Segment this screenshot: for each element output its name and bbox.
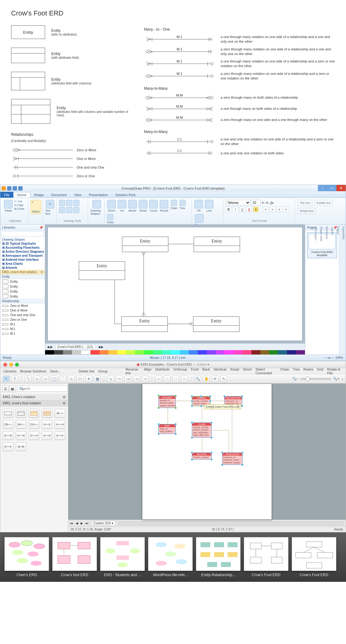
line-button[interactable]: Line [205,200,213,212]
align-right-button[interactable]: ≡ [276,207,282,212]
shape-item[interactable]: One or More [0,308,45,313]
sidetab-behaviour[interactable]: Behaviour [325,226,328,353]
lib-item[interactable]: ⊞ Area Charts [0,262,45,266]
connector-arc[interactable]: Arc [118,200,126,212]
page-prev-icon[interactable]: ◀ [76,522,78,525]
tool-polygon[interactable]: ⬠ [77,376,83,382]
lib-item[interactable]: ⊞ Accounting Flowcharts [0,246,45,250]
gridview-icon[interactable]: ▦ [9,385,16,392]
stencil-rel[interactable] [55,431,65,440]
menu-rulers[interactable]: Rulers [303,367,313,375]
tool-star[interactable]: ✦ [85,376,92,382]
draw-tool[interactable] [73,207,79,213]
shape-item[interactable]: M:1 [0,331,45,336]
connector-curve[interactable]: Curve [149,200,158,212]
stencil-entity-plain[interactable] [3,409,13,418]
stencil-rel[interactable] [16,431,26,440]
bold-button[interactable]: B [226,207,231,212]
tool-conn3[interactable]: ↝ [124,376,131,382]
draw-tool[interactable] [59,207,65,213]
window-titlebar[interactable]: ConceptDraw PRO - [Crow's Foot ERD - Cro… [0,185,346,192]
sidetab-pages[interactable]: Pages [336,226,340,353]
draw-tool[interactable] [66,207,72,213]
draw-tool[interactable] [66,200,72,206]
sidetab-hyperlinks[interactable]: Hyperlinks [342,226,345,353]
tool-linetype1[interactable]: ─ [155,376,162,382]
canvas-entity-professor[interactable]: PROFESSOR professor_idprofessor_nameprof… [222,453,243,465]
stencil-zero-more[interactable] [3,420,13,429]
shape-item[interactable]: Entity [0,294,45,299]
menu-grid[interactable]: Grid [317,367,323,375]
gallery-item[interactable]: Crow's Foot ERD [292,537,336,577]
file-menu[interactable]: File [0,192,13,198]
stencil-chen[interactable]: ERD, Chen's notation⊖ [0,394,68,400]
page-last-icon[interactable]: ⏭ [86,522,89,525]
page-next-icon[interactable]: ▶ [81,522,83,525]
clone-button[interactable]: ⧉ Clone [15,207,24,211]
tool-rotate[interactable]: ⟳ [212,376,218,382]
zoom-slider[interactable] [300,378,331,380]
cut-button[interactable]: ✂ Cut [15,200,24,203]
stencil-entity-rows[interactable] [42,409,52,418]
tab-presentation[interactable]: Presentation [85,192,112,197]
tab-document[interactable]: Document [48,192,70,197]
shape-item[interactable]: Entity [0,289,45,294]
stencil-rel[interactable] [3,442,13,451]
menu-chain[interactable]: Chain [280,367,289,375]
shape-item[interactable]: Entity [0,284,45,289]
lib-item[interactable]: ⊞ 25 Typical Orgcharts [0,242,45,246]
canvas-entity-section[interactable]: SECTION Section_number [192,453,212,460]
shape-item[interactable]: Zero or One [0,317,45,322]
lib-item[interactable]: ⊞ Active Directory Diagrams [0,250,45,254]
tool-line[interactable]: ╲ [25,376,32,382]
tool-arrow2[interactable]: ↔ [181,376,188,382]
title-style[interactable]: Title text [297,200,312,206]
mac-titlebar[interactable]: ▣ERD Examples - Crow's foot ERD — Edited… [0,361,346,368]
menu-rotate[interactable]: Rotate & Flip [327,367,343,375]
gallery-item[interactable]: Crow's foot ERD [52,537,97,577]
tool-text[interactable]: T [11,376,18,382]
tool-linetype2[interactable]: ┄ [164,376,171,382]
tool-zoomin[interactable]: 🔍 [194,376,201,382]
close-icon[interactable]: ⊖ [63,395,65,399]
tool-pointer[interactable]: ↖ [3,376,10,382]
fontcolor-button[interactable]: A [246,207,252,212]
fontsize-input[interactable] [252,200,260,205]
menu-save[interactable]: Save... [50,369,61,373]
connector-chain[interactable]: Chain [170,200,178,210]
tool-conn4[interactable]: ⇢ [133,376,140,382]
font-select[interactable]: Tahoma [226,200,251,205]
menu-tree[interactable]: Tree [293,367,300,375]
zoom-select[interactable]: Custom 31% ▾ [91,521,116,526]
canvas-entity-seat[interactable]: SEAT Seat_noseat_position [158,424,176,434]
tab-home[interactable]: Home [13,192,30,198]
tool-arrow1[interactable]: → [172,376,179,382]
panel-pin-icon[interactable]: 📌 [39,226,43,229]
menu-browse[interactable]: Browse Solutions [20,369,46,373]
connector-tree[interactable]: Tree [179,200,186,210]
color-palette[interactable] [45,350,305,354]
tool-rect[interactable]: ▭ [42,376,49,382]
sidetab-shapestyle[interactable]: Shape Style [320,226,323,353]
stencil-crowsfoot[interactable]: ERD, crow's foot notation⊖ [0,400,68,406]
menu-ungroup[interactable]: UnGroup [173,367,187,375]
page-tab[interactable]: Crow's Foot ERD t… (1/1) [55,345,95,349]
menu-align[interactable]: Align [144,367,151,375]
tool-arc[interactable]: ⌒ [59,376,66,382]
minimize-button[interactable]: – [318,185,327,191]
gallery-item[interactable]: ERD - Students and ... [100,537,145,577]
shadow-button[interactable]: Shadow [194,214,205,225]
library-search-input[interactable] [1,231,44,237]
tool-block[interactable]: ▦ [94,376,101,382]
drawing-canvas[interactable]: Entity Entity Entity Entity Entity [48,227,302,341]
draw-tool[interactable] [73,200,79,206]
underline-button[interactable]: U [239,207,245,212]
lib-item[interactable]: ⊞ Aerospace and Transport [0,254,45,258]
italic-button[interactable]: I [233,207,238,212]
mac-page[interactable]: STUDENT Student_idStudent_namestudent_ad… [142,384,272,520]
copy-button[interactable]: ⎘ Copy [15,204,24,207]
connector-direct[interactable]: Direct [107,200,116,212]
paste-button[interactable]: Paste [4,200,13,212]
shape-item[interactable]: Zero or More [0,303,45,308]
gallery-item[interactable]: Entity-Relationship... [196,537,241,577]
